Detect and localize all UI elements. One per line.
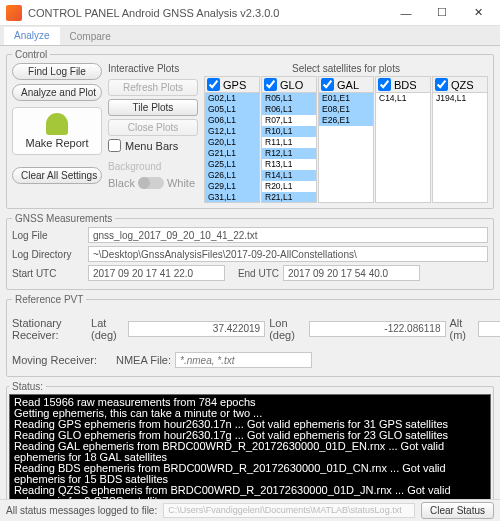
sat-item[interactable]: G20,L1 [205,137,259,148]
sat-list-gal[interactable]: E01,E1E08,E1E26,E1 [318,93,374,203]
alt-input[interactable] [478,321,500,337]
sat-item[interactable]: R05,L1 [262,93,316,104]
gnss-legend: GNSS Measurements [12,213,115,224]
sat-list-gps[interactable]: G02,L1G05,L1G06,L1G12,L1G20,L1G21,L1G25,… [204,93,260,203]
sat-item[interactable]: C14,L1 [376,93,430,104]
window-title: CONTROL PANEL Android GNSS Analysis v2.3… [28,7,388,19]
menu-bars-checkbox[interactable] [108,139,121,152]
sat-item[interactable]: G31,L1 [205,192,259,203]
status-legend: Status: [9,381,46,392]
sat-item[interactable]: G25,L1 [205,159,259,170]
close-button[interactable]: ✕ [460,0,496,26]
lon-input[interactable] [309,321,446,337]
stationary-receiver-label: Stationary Receiver: [12,317,87,341]
sat-item[interactable]: E01,E1 [319,93,373,104]
reference-pvt-group: Reference PVT Stationary Receiver: Lat (… [6,294,500,377]
sat-item[interactable]: R11,L1 [262,137,316,148]
tile-plots-button[interactable]: Tile Plots [108,99,198,116]
interactive-plots-label: Interactive Plots [108,63,198,74]
analyze-and-plot-button[interactable]: Analyze and Plot [12,84,102,101]
moving-receiver-label: Moving Receiver: [12,354,112,366]
satellite-select-area: Select satellites for plots GPSG02,L1G05… [204,63,488,203]
sat-col-header: BDS [394,79,417,91]
sat-col-header: GAL [337,79,359,91]
make-report-button[interactable]: Make Report [12,107,102,155]
menu-bars-label: Menu Bars [125,140,178,152]
background-label: Background [108,161,198,172]
sat-col-checkbox-qzs[interactable] [435,78,448,91]
app-logo-icon [6,5,22,21]
sat-item[interactable]: G21,L1 [205,148,259,159]
sat-col-header: GPS [223,79,246,91]
sat-item[interactable]: J194,L1 [433,93,487,104]
log-file-input[interactable] [88,227,488,243]
start-utc-label: Start UTC [12,268,84,279]
sat-col-checkbox-gps[interactable] [207,78,220,91]
sat-list-bds[interactable]: C14,L1 [375,93,431,203]
status-console: Read 15966 raw measurements from 784 epo… [9,394,491,506]
control-group: Control Find Log File Analyze and Plot M… [6,49,494,209]
sat-item[interactable]: G06,L1 [205,115,259,126]
close-plots-button: Close Plots [108,119,198,136]
sat-item[interactable]: R20,L1 [262,181,316,192]
sat-list-glo[interactable]: R05,L1R06,L1R07,L1R10,L1R11,L1R12,L1R13,… [261,93,317,203]
bg-white-label: White [167,177,195,189]
log-dir-input[interactable] [88,246,488,262]
sat-item[interactable]: E26,E1 [319,115,373,126]
bg-black-label: Black [108,177,135,189]
status-group: Status: Read 15966 raw measurements from… [6,381,494,509]
end-utc-input[interactable] [283,265,420,281]
clear-all-settings-button[interactable]: Clear All Settings [12,167,102,184]
titlebar: CONTROL PANEL Android GNSS Analysis v2.3… [0,0,500,26]
refresh-plots-button: Refresh Plots [108,79,198,96]
sat-col-checkbox-glo[interactable] [264,78,277,91]
sat-item[interactable]: G12,L1 [205,126,259,137]
sat-col-checkbox-gal[interactable] [321,78,334,91]
sat-item[interactable]: G26,L1 [205,170,259,181]
sat-col-header: QZS [451,79,474,91]
find-log-file-button[interactable]: Find Log File [12,63,102,80]
background-toggle[interactable] [138,177,164,189]
sat-item[interactable]: R10,L1 [262,126,316,137]
footer-label: All status messages logged to file: [6,505,157,516]
lat-label: Lat (deg) [91,317,124,341]
control-legend: Control [12,49,50,60]
make-report-label: Make Report [26,137,89,149]
footer-bar: All status messages logged to file: C:\U… [0,499,500,521]
sat-item[interactable]: R06,L1 [262,104,316,115]
sat-item[interactable]: G29,L1 [205,181,259,192]
start-utc-input[interactable] [88,265,225,281]
satellite-select-label: Select satellites for plots [204,63,488,74]
sat-item[interactable]: E08,E1 [319,104,373,115]
sat-col-header: GLO [280,79,303,91]
footer-log-path: C:\Users\FvandiggelenI\Documents\MATLAB\… [163,503,415,518]
status-line: Reading GAL ephemeris from BRDC00WRD_R_2… [14,441,486,463]
sat-item[interactable]: R12,L1 [262,148,316,159]
maximize-button[interactable]: ☐ [424,0,460,26]
clear-status-button[interactable]: Clear Status [421,502,494,519]
log-file-label: Log File [12,230,84,241]
sat-item[interactable]: G05,L1 [205,104,259,115]
sat-item[interactable]: R07,L1 [262,115,316,126]
end-utc-label: End UTC [229,268,279,279]
tab-analyze[interactable]: Analyze [4,27,60,45]
tab-bar: Analyze Compare [0,26,500,46]
nmea-file-label: NMEA File: [116,354,171,366]
lat-input[interactable] [128,321,265,337]
lon-label: Lon (deg) [269,317,304,341]
sat-item[interactable]: R13,L1 [262,159,316,170]
status-line: Reading BDS ephemeris from BRDC00WRD_R_2… [14,463,486,485]
alt-label: Alt (m) [450,317,474,341]
sat-item[interactable]: R21,L1 [262,192,316,203]
reference-pvt-legend: Reference PVT [12,294,86,305]
minimize-button[interactable]: — [388,0,424,26]
sat-list-qzs[interactable]: J194,L1 [432,93,488,203]
gnss-measurements-group: GNSS Measurements Log File Log Directory… [6,213,494,290]
tab-compare[interactable]: Compare [60,28,121,45]
nmea-file-input[interactable] [175,352,312,368]
log-dir-label: Log Directory [12,249,84,260]
sat-item[interactable]: R14,L1 [262,170,316,181]
android-icon [46,113,68,135]
sat-col-checkbox-bds[interactable] [378,78,391,91]
sat-item[interactable]: G02,L1 [205,93,259,104]
